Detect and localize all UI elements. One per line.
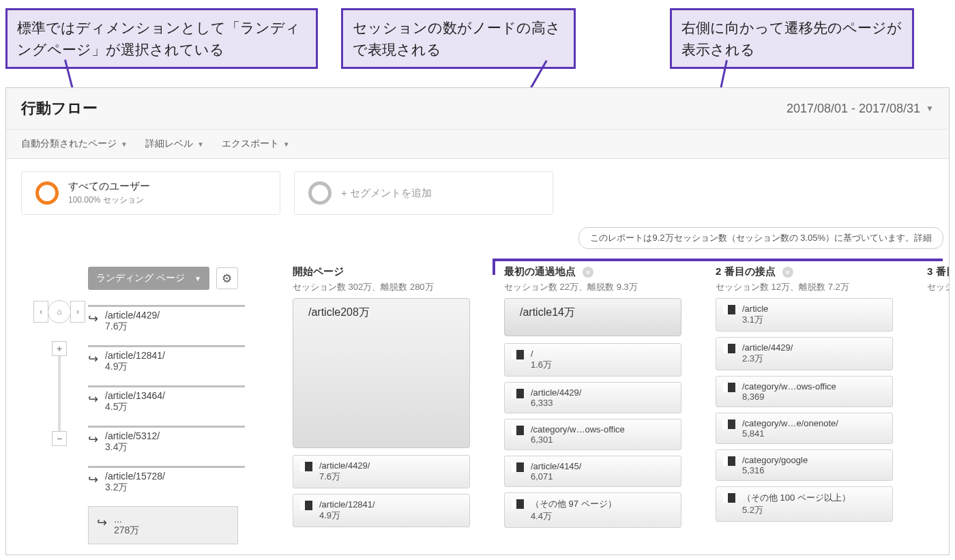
pan-left-button[interactable]: ‹ [33, 301, 48, 323]
flow-node[interactable]: /article/4429/6,333 [504, 382, 681, 413]
callout-left: 標準ではディメンションとして「ランディングページ」が選択されている [5, 8, 318, 69]
node-value: 5,841 [742, 428, 838, 439]
flow-node[interactable]: /category/w…ows-office8,369 [716, 376, 893, 407]
column-sub: セッシ [927, 281, 950, 293]
node-value: 7.6万 [319, 471, 370, 483]
page-icon [512, 426, 524, 435]
segment-add[interactable]: + セグメントを追加 [294, 171, 553, 215]
zoom-track[interactable] [58, 356, 61, 431]
arrow-icon: ↪ [97, 515, 107, 537]
toolbar-auto-group-label: 自動分類されたページ [21, 138, 117, 150]
zoom-in-button[interactable]: + [52, 341, 67, 356]
segment-add-label: + セグメントを追加 [341, 187, 432, 200]
close-icon[interactable]: × [782, 267, 793, 278]
flow-node[interactable]: /article208万 [293, 298, 470, 448]
source-node[interactable]: ↪/article/15728/3.2万 [88, 471, 293, 494]
col-first-interaction: 最初の通過地点× セッション数 22万、離脱数 9.3万 /article14万… [504, 256, 716, 555]
arrow-icon: ↪ [88, 351, 98, 373]
flow-node[interactable]: /article/4429/2.3万 [716, 337, 893, 370]
toolbar-export[interactable]: エクスポート ▼ [222, 138, 290, 150]
node-value: 5.2万 [742, 504, 851, 516]
node-value: 4.9万 [319, 510, 375, 522]
date-range-picker[interactable]: 2017/08/01 - 2017/08/31 ▼ [787, 102, 934, 116]
flow-nav: ‹ ⌂ › + − [33, 300, 85, 446]
source-node[interactable]: ↪/article/4429/7.6万 [88, 310, 293, 333]
node-value: 3.2万 [105, 482, 165, 494]
callout-mid: セッションの数がノードの高さで表現される [341, 8, 576, 69]
page-icon [723, 419, 735, 429]
source-node[interactable]: ↪/article/12841/4.9万 [88, 350, 293, 373]
col-third-interaction: 3 番目 セッシ [927, 256, 950, 555]
page-icon [723, 344, 735, 353]
flow-node[interactable]: /article/4429/7.6万 [293, 455, 470, 488]
chevron-down-icon: ▼ [926, 104, 934, 113]
flow-node[interactable]: /article14万 [504, 298, 681, 336]
chevron-down-icon: ▼ [121, 141, 128, 148]
flow-node[interactable]: /category/w…ows-office6,301 [504, 419, 681, 450]
node-path: /article/13464/ [105, 390, 165, 401]
toolbar-detail-label: 詳細レベル [145, 138, 193, 150]
close-icon[interactable]: × [583, 267, 593, 278]
source-node[interactable]: ↪/article/5312/3.4万 [88, 430, 293, 454]
date-range-text: 2017/08/01 - 2017/08/31 [787, 102, 920, 116]
sampling-notice[interactable]: このレポートは9.2万セッション数（セッション数の 3.05%）に基づいています… [578, 227, 943, 249]
node-value: 8,369 [742, 392, 836, 402]
behavior-flow: ‹ ⌂ › + − ランディング ページ ▼ ⚙ [6, 256, 949, 555]
flow-node[interactable]: /category/w…e/onenote/5,841 [716, 413, 893, 444]
node-path: /article/15728/ [105, 471, 165, 482]
toolbar-auto-group[interactable]: 自動分類されたページ ▼ [21, 138, 128, 150]
ga-header: 行動フロー 2017/08/01 - 2017/08/31 ▼ [6, 88, 949, 130]
donut-icon [35, 181, 59, 205]
page-icon [512, 499, 524, 509]
page-icon [512, 389, 524, 398]
arrow-icon: ↪ [88, 472, 98, 494]
flow-node[interactable]: /article/4145/6,071 [504, 456, 681, 487]
node-value: 6,301 [531, 434, 625, 445]
col-second-interaction: 2 番目の接点× セッション数 12万、離脱数 7.2万 /article3.1… [716, 256, 927, 555]
source-node[interactable]: ↪/article/13464/4.5万 [88, 390, 293, 413]
page-title: 行動フロー [21, 98, 98, 119]
node-path: ... [114, 514, 139, 525]
node-value: 14万 [552, 306, 575, 318]
flow-node[interactable]: （その他 100 ページ以上）5.2万 [716, 486, 893, 522]
flow-node[interactable]: /article/12841/4.9万 [293, 494, 470, 527]
page-icon [300, 462, 312, 471]
node-path: /article/12841/ [105, 350, 165, 361]
node-path: （その他 100 ページ以上） [742, 492, 851, 504]
sampling-notice-wrap: このレポートは9.2万セッション数（セッション数の 3.05%）に基づいています… [6, 227, 949, 249]
node-value: 5,316 [742, 465, 808, 475]
column-title: 2 番目の接点 [716, 265, 776, 278]
page-icon [512, 350, 524, 359]
donut-icon [308, 181, 332, 205]
segment-all-users[interactable]: すべてのユーザー 100.00% セッション [21, 171, 280, 215]
flow-node[interactable]: /article3.1万 [716, 298, 893, 331]
toolbar-export-label: エクスポート [222, 138, 279, 150]
node-path: /article/5312/ [105, 430, 160, 441]
node-value: 7.6万 [105, 321, 160, 333]
toolbar-detail-level[interactable]: 詳細レベル ▼ [145, 138, 204, 150]
node-value: 3.1万 [742, 314, 768, 326]
arrow-icon: ↪ [88, 432, 98, 454]
zoom-out-button[interactable]: − [52, 431, 67, 446]
flow-node[interactable]: /category/google5,316 [716, 450, 893, 481]
node-value: 208万 [340, 306, 370, 318]
column-title: 開始ページ [293, 265, 504, 278]
node-value: 6,333 [531, 398, 581, 408]
node-path: /category/w…ows-office [531, 424, 625, 434]
node-path: /category/w…ows-office [742, 381, 836, 392]
col-sources: .. ↪/article/4429/7.6万 ↪/article/12841/4… [88, 256, 293, 555]
source-node-other[interactable]: ↪...278万 [88, 506, 238, 544]
flow-node[interactable]: （その他 97 ページ）4.4万 [504, 492, 681, 528]
node-path: /article [742, 304, 768, 314]
segment-bar: すべてのユーザー 100.00% セッション + セグメントを追加 [6, 159, 949, 227]
ga-window: 行動フロー 2017/08/01 - 2017/08/31 ▼ 自動分類されたペ… [5, 87, 950, 555]
page-icon [723, 383, 735, 392]
page-icon [723, 456, 735, 466]
chevron-down-icon: ▼ [283, 141, 290, 148]
pan-right-button[interactable]: › [70, 301, 85, 323]
home-button[interactable]: ⌂ [48, 300, 71, 323]
node-value: 3.4万 [105, 441, 160, 454]
flow-node[interactable]: /1.6万 [504, 343, 681, 377]
node-value: 1.6万 [531, 359, 552, 371]
node-value: 6,071 [531, 471, 581, 482]
